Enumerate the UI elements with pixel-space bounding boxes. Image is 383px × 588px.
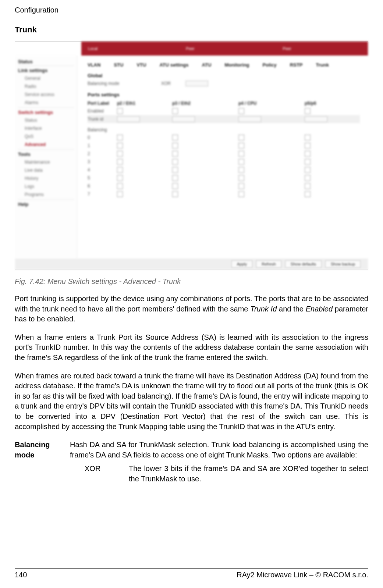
checkbox[interactable] <box>305 175 311 181</box>
sidebar-item[interactable]: Interface <box>18 124 74 132</box>
term-enabled: Enabled <box>306 305 333 313</box>
mask-row: 5 <box>88 175 117 181</box>
definition-body: Hash DA and SA for TrunkMask selection. … <box>70 441 368 459</box>
term-trunk-id: Trunk Id <box>250 305 277 313</box>
sidebar-item[interactable]: Radio <box>18 82 74 90</box>
checkbox[interactable] <box>117 151 123 157</box>
checkbox[interactable] <box>238 108 244 114</box>
checkbox[interactable] <box>238 191 244 197</box>
col-head: p4 / CPU <box>238 101 305 106</box>
page-footer: 140 RAy2 Microwave Link – © RACOM s.r.o. <box>15 568 368 579</box>
checkbox[interactable] <box>305 159 311 165</box>
checkbox[interactable] <box>172 151 178 157</box>
checkbox[interactable] <box>117 191 123 197</box>
checkbox[interactable] <box>172 167 178 173</box>
sidebar-item[interactable]: QoS <box>18 132 74 140</box>
checkbox[interactable] <box>117 159 123 165</box>
tab[interactable]: VLAN <box>88 62 100 68</box>
balancing-mode-value[interactable]: XOR <box>161 81 171 86</box>
definition-sub-value: The lower 3 bits if the frame's DA and S… <box>129 464 368 484</box>
section-title: Trunk <box>15 25 368 35</box>
ports-heading: Ports settings <box>88 92 360 97</box>
tab[interactable]: Monitoring <box>224 62 249 68</box>
page-number: 140 <box>15 571 27 579</box>
col-head: Port Label <box>88 101 117 106</box>
tab[interactable]: Policy <box>263 62 277 68</box>
sidebar-item[interactable]: Maintenance <box>18 158 74 166</box>
footer-right: RAy2 Microwave Link – © RACOM s.r.o. <box>237 571 368 579</box>
apply-button[interactable]: Apply <box>231 260 253 268</box>
sidebar-item[interactable]: Logs <box>18 182 74 190</box>
tab[interactable]: ATU settings <box>159 62 188 68</box>
config-screenshot-figure: Local Peer Peer Status Link settings Gen… <box>15 41 368 270</box>
tab[interactable]: Trunk <box>316 62 329 68</box>
checkbox[interactable] <box>305 151 311 157</box>
checkbox[interactable] <box>238 151 244 157</box>
checkbox[interactable] <box>238 167 244 173</box>
checkbox[interactable] <box>117 167 123 173</box>
show-backup-button[interactable]: Show backup <box>325 260 361 268</box>
checkbox[interactable] <box>172 175 178 181</box>
checkbox[interactable] <box>238 183 244 189</box>
mask-row: 1 <box>88 143 117 148</box>
checkbox[interactable] <box>305 143 311 149</box>
checkbox[interactable] <box>305 183 311 189</box>
global-heading: Global <box>88 73 360 78</box>
checkbox[interactable] <box>117 175 123 181</box>
checkbox[interactable] <box>238 159 244 165</box>
sidebar-item[interactable]: General <box>18 74 74 82</box>
definition-balancing-mode: Balancing mode Hash DA and SA for TrunkM… <box>15 440 368 484</box>
checkbox[interactable] <box>117 135 123 140</box>
checkbox[interactable] <box>238 143 244 149</box>
checkbox[interactable] <box>305 191 311 197</box>
mask-row: 2 <box>88 151 117 156</box>
checkbox[interactable] <box>117 183 123 189</box>
sidebar-item[interactable]: Service access <box>18 90 74 99</box>
checkbox[interactable] <box>172 143 178 149</box>
checkbox[interactable] <box>238 135 244 140</box>
paragraph-1: Port trunking is supported by the device… <box>15 294 368 324</box>
sidebar-item[interactable]: History <box>18 174 74 182</box>
checkbox[interactable] <box>117 143 123 149</box>
definition-term: Balancing mode <box>15 440 70 484</box>
tab[interactable]: STU <box>114 62 123 68</box>
checkbox[interactable] <box>172 159 178 165</box>
checkbox[interactable] <box>172 135 178 140</box>
figure-caption: Fig. 7.42: Menu Switch settings - Advanc… <box>15 277 368 286</box>
col-head: p3 / Eth2 <box>172 101 238 106</box>
paragraph-2: When a frame enters a Trunk Port its Sou… <box>15 332 368 363</box>
row-label: Enabled <box>88 108 117 114</box>
checkbox[interactable] <box>172 183 178 189</box>
select[interactable] <box>117 116 140 122</box>
sidebar-item[interactable]: Status <box>18 116 74 124</box>
checkbox[interactable] <box>172 108 178 114</box>
checkbox[interactable] <box>305 108 311 114</box>
mask-row: 6 <box>88 183 117 189</box>
sidebar-group-head: Link settings <box>18 68 74 73</box>
checkbox[interactable] <box>238 175 244 181</box>
checkbox[interactable] <box>172 191 178 197</box>
ports-grid: Port Label p2 / Eth1 p3 / Eth2 p4 / CPU … <box>88 100 360 198</box>
show-defaults-button[interactable]: Show defaults <box>285 260 322 268</box>
tab[interactable]: ATU <box>202 62 212 68</box>
sidebar-item[interactable]: Live data <box>18 166 74 174</box>
sidebar-item-advanced[interactable]: Advanced <box>18 140 74 149</box>
topbar-label: Peer <box>283 46 291 51</box>
col-head: p2 / Eth1 <box>117 101 172 106</box>
checkbox[interactable] <box>305 167 311 173</box>
checkbox[interactable] <box>305 135 311 140</box>
topbar-label: Local <box>88 46 97 51</box>
tab[interactable]: RSTP <box>290 62 303 68</box>
balancing-mode-select[interactable] <box>185 81 208 86</box>
col-head: p5/p6 <box>305 101 360 106</box>
sidebar-item[interactable]: Alarms <box>18 99 74 107</box>
select[interactable] <box>238 116 261 122</box>
mask-row: 4 <box>88 167 117 172</box>
checkbox[interactable] <box>117 108 123 114</box>
refresh-button[interactable]: Refresh <box>256 260 281 268</box>
select[interactable] <box>305 116 327 122</box>
select[interactable] <box>172 116 195 122</box>
topbar-label: Peer <box>186 46 194 51</box>
sidebar-item[interactable]: Programs <box>18 190 74 199</box>
tab[interactable]: VTU <box>136 62 146 68</box>
